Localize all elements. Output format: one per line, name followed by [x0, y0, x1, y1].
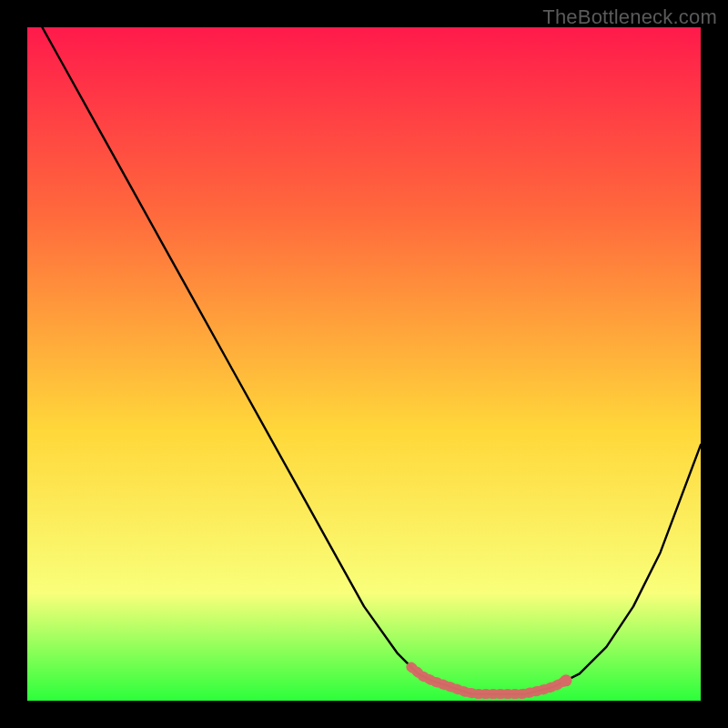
chart-frame: TheBottleneck.com	[0, 0, 728, 728]
plot-area	[27, 27, 701, 701]
end-marker-dot	[561, 674, 572, 686]
watermark-text: TheBottleneck.com	[542, 5, 717, 29]
gradient-background	[27, 27, 701, 701]
bottleneck-chart	[27, 27, 701, 701]
